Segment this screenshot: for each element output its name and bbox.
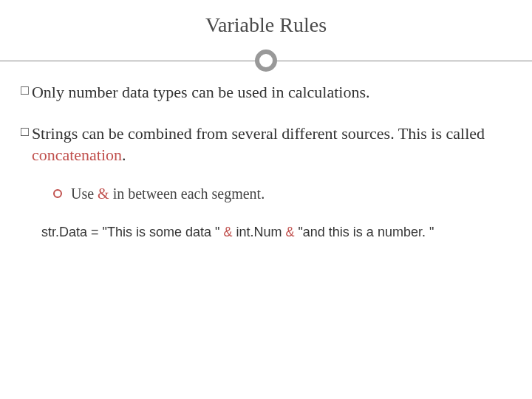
code-part: "and this is a number. " [294, 225, 434, 239]
text-prefix: Use [71, 185, 98, 202]
bullet-item: □ Strings can be combined from several d… [21, 123, 511, 166]
highlight-text: & [98, 185, 109, 202]
text-suffix: in between each segment. [109, 185, 265, 202]
square-bullet-icon: □ [21, 81, 29, 99]
divider-circle-icon [255, 50, 277, 72]
code-example: str.Data = "This is some data " & int.Nu… [41, 225, 511, 240]
bullet-item: □ Only number data types can be used in … [21, 81, 511, 103]
circle-bullet-icon [53, 189, 62, 198]
content-area: □ Only number data types can be used in … [0, 81, 532, 240]
text-suffix: . [122, 146, 126, 164]
square-bullet-icon: □ [21, 123, 29, 140]
bullet-text: Strings can be combined from several dif… [32, 123, 511, 166]
sub-bullet-text: Use & in between each segment. [71, 185, 265, 202]
code-part: int.Num [232, 225, 285, 239]
slide-title: Variable Rules [0, 0, 532, 46]
text-prefix: Strings can be combined from several dif… [32, 124, 485, 143]
slide: Variable Rules □ Only number data types … [0, 0, 532, 399]
highlight-text: concatenation [32, 146, 122, 164]
divider [0, 46, 532, 75]
code-ampersand: & [285, 225, 294, 239]
sub-bullet-item: Use & in between each segment. [53, 185, 511, 202]
code-ampersand: & [223, 225, 232, 239]
code-part: str.Data = "This is some data " [41, 225, 223, 239]
bullet-text: Only number data types can be used in ca… [32, 81, 511, 103]
